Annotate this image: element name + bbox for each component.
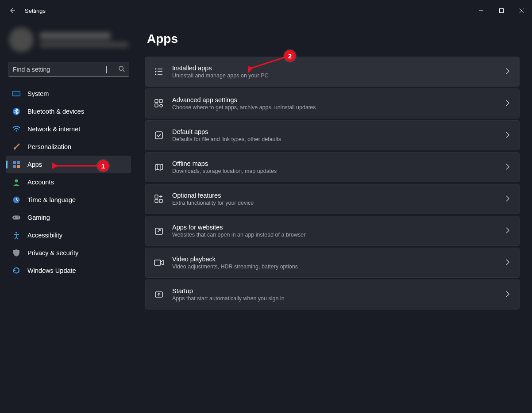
close-icon (520, 8, 524, 13)
plus-grid-icon (154, 195, 164, 203)
card-title: Offline maps (172, 160, 506, 167)
sidebar-item-label: Apps (27, 161, 42, 168)
svg-rect-31 (155, 195, 158, 198)
brush-icon (12, 143, 20, 151)
game-icon (12, 214, 20, 222)
svg-point-19 (15, 232, 17, 233)
titlebar: Settings (0, 0, 532, 21)
sidebar-item-privacy-security[interactable]: Privacy & security (6, 244, 131, 262)
map-icon (154, 163, 164, 172)
svg-point-9 (15, 130, 17, 131)
system-icon (12, 90, 20, 98)
update-icon (12, 267, 20, 275)
svg-point-29 (160, 104, 162, 107)
sidebar-item-network-internet[interactable]: Network & internet (6, 120, 131, 138)
card-title: Optional features (172, 192, 506, 199)
apps-icon (12, 161, 20, 168)
person-icon (12, 178, 20, 186)
card-subtitle: Extra functionality for your device (172, 200, 506, 206)
card-title: Startup (172, 287, 506, 294)
svg-rect-12 (13, 165, 16, 168)
video-icon (154, 259, 164, 266)
sidebar-item-label: Privacy & security (27, 249, 78, 256)
card-installed-apps[interactable]: Installed appsUninstall and manage apps … (145, 57, 520, 87)
maximize-button[interactable] (491, 4, 512, 18)
search-icon (118, 65, 125, 73)
sidebar-item-apps[interactable]: Apps (6, 156, 131, 173)
minimize-button[interactable] (471, 4, 491, 18)
sidebar-item-label: Accessibility (27, 232, 62, 239)
chevron-right-icon (506, 132, 509, 139)
check-square-icon (154, 131, 164, 140)
window-title: Settings (25, 8, 46, 14)
chevron-right-icon (506, 100, 509, 107)
shield-icon (12, 249, 20, 257)
sidebar-item-accessibility[interactable]: Accessibility (6, 226, 131, 244)
card-subtitle: Video adjustments, HDR streaming, batter… (172, 264, 506, 270)
sidebar-item-label: Bluetooth & devices (27, 108, 84, 115)
clock-icon (12, 196, 20, 204)
svg-point-4 (119, 66, 123, 70)
account-header[interactable] (3, 25, 135, 59)
sidebar-item-label: Network & internet (27, 126, 80, 133)
card-title: Video playback (172, 256, 506, 263)
svg-rect-7 (13, 92, 19, 96)
window-controls (471, 4, 532, 18)
account-email (40, 42, 128, 47)
card-optional-features[interactable]: Optional featuresExtra functionality for… (145, 184, 520, 214)
startup-icon (154, 290, 164, 299)
svg-point-17 (18, 216, 19, 217)
sidebar-item-personalization[interactable]: Personalization (6, 138, 131, 156)
sidebar: SystemBluetooth & devicesNetwork & inter… (0, 21, 137, 413)
card-subtitle: Defaults for file and link types, other … (172, 136, 506, 142)
svg-rect-30 (155, 132, 162, 139)
annotation-marker-1: 1 (97, 160, 109, 172)
minimize-icon (479, 8, 483, 13)
account-name (40, 32, 111, 39)
close-button[interactable] (512, 4, 532, 18)
wifi-icon (12, 125, 20, 133)
card-startup[interactable]: StartupApps that start automatically whe… (145, 279, 520, 310)
sidebar-item-gaming[interactable]: Gaming (6, 209, 131, 226)
sidebar-item-bluetooth-devices[interactable]: Bluetooth & devices (6, 103, 131, 120)
back-button[interactable] (8, 6, 17, 15)
card-advanced-app-settings[interactable]: Advanced app settingsChoose where to get… (145, 88, 520, 119)
sidebar-item-accounts[interactable]: Accounts (6, 173, 131, 191)
svg-rect-11 (17, 161, 20, 164)
svg-rect-32 (155, 199, 158, 203)
card-default-apps[interactable]: Default appsDefaults for file and link t… (145, 120, 520, 150)
card-apps-for-websites[interactable]: Apps for websitesWebsites that can open … (145, 216, 520, 246)
svg-point-21 (155, 71, 157, 73)
sidebar-item-label: Accounts (27, 179, 54, 186)
chevron-right-icon (506, 259, 509, 267)
card-subtitle: Apps that start automatically when you s… (172, 295, 506, 302)
annotation-marker-2: 2 (284, 50, 296, 61)
svg-point-22 (155, 74, 157, 75)
sidebar-item-windows-update[interactable]: Windows Update (6, 262, 131, 279)
svg-rect-27 (155, 104, 158, 107)
back-arrow-icon (9, 7, 16, 14)
card-subtitle: Websites that can open in an app instead… (172, 232, 506, 238)
maximize-icon (499, 8, 504, 13)
svg-point-14 (15, 180, 18, 183)
search-input[interactable] (8, 62, 129, 77)
avatar (9, 27, 34, 52)
sidebar-item-label: Time & language (27, 196, 76, 203)
svg-rect-1 (500, 9, 504, 13)
card-subtitle: Choose where to get apps, archive apps, … (172, 104, 506, 111)
chevron-right-icon (506, 227, 509, 235)
page-title: Apps (147, 32, 520, 46)
svg-rect-28 (159, 99, 162, 103)
svg-line-5 (123, 70, 124, 72)
chevron-right-icon (506, 195, 509, 203)
card-title: Installed apps (172, 65, 506, 72)
bluetooth-icon (12, 107, 20, 115)
sidebar-item-time-language[interactable]: Time & language (6, 191, 131, 209)
card-offline-maps[interactable]: Offline mapsDownloads, storage location,… (145, 152, 520, 182)
card-video-playback[interactable]: Video playbackVideo adjustments, HDR str… (145, 248, 520, 278)
list-icon (154, 67, 164, 76)
sidebar-item-label: Personalization (27, 143, 71, 150)
sidebar-item-system[interactable]: System (6, 85, 131, 103)
chevron-right-icon (506, 164, 509, 171)
svg-point-20 (155, 69, 157, 70)
